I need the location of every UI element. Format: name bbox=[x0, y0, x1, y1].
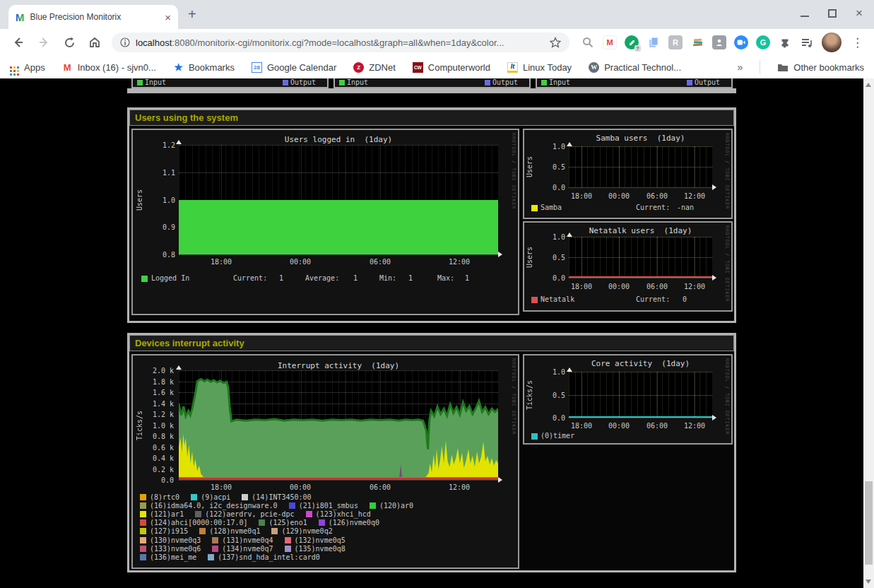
stat-value: 1 bbox=[408, 274, 413, 282]
stat-value: -nan bbox=[677, 204, 694, 211]
y-tick: 1.0 bbox=[144, 196, 175, 204]
rrdtool-watermark: RRDTOOL / TOBI OETIKER bbox=[724, 225, 730, 302]
y-axis-label: Users bbox=[136, 145, 143, 254]
bookmark-google-calendar[interactable]: 28 Google Calendar bbox=[252, 62, 336, 73]
copy-pages-extension-icon[interactable] bbox=[646, 35, 661, 49]
bookmark-star-icon[interactable] bbox=[550, 37, 561, 48]
books-extension-icon[interactable] bbox=[690, 35, 704, 49]
output-legend-label: Output bbox=[695, 78, 720, 86]
legend-swatch bbox=[140, 537, 146, 543]
home-button[interactable] bbox=[83, 33, 106, 52]
legend-item: (120)ar0 bbox=[370, 502, 413, 510]
scrollbar-thumb[interactable] bbox=[865, 481, 873, 565]
plot-area bbox=[569, 146, 712, 187]
graph-samba-users[interactable]: RRDTOOL / TOBI OETIKER Samba users (1day… bbox=[523, 129, 733, 219]
browser-tab[interactable]: M Blue Precision Monitorix × bbox=[8, 5, 178, 29]
graph-interrupt-activity[interactable]: RRDTOOL / TOBI OETIKER Interrupt activit… bbox=[131, 354, 519, 569]
bookmark-linux-today[interactable]: lt Linux Today bbox=[507, 62, 572, 73]
y-tick: 0.8 k bbox=[143, 433, 174, 440]
y-tick: 0.0 bbox=[534, 184, 565, 192]
output-legend-label: Output bbox=[290, 78, 316, 86]
x-tick: 00:00 bbox=[605, 283, 633, 290]
bookmark-bookmarks[interactable]: ★ Bookmarks bbox=[173, 62, 235, 73]
x-tick: 18:00 bbox=[567, 422, 596, 430]
chrome-menu-icon[interactable]: ⋮ bbox=[851, 37, 863, 49]
url-path: :8080/monitorix-cgi/monitorix.cgi?mode=l… bbox=[172, 37, 504, 48]
graph-panel-cut-3[interactable]: Input Output bbox=[536, 78, 733, 88]
profile-avatar[interactable] bbox=[822, 33, 841, 52]
legend-label: (8)rtc0 bbox=[150, 493, 179, 501]
url-bar[interactable]: localhost:8080/monitorix-cgi/monitorix.c… bbox=[112, 33, 569, 52]
x-tick: 06:00 bbox=[643, 192, 671, 200]
graph-panel-cut-1[interactable]: Input Output bbox=[131, 78, 329, 88]
grammarly-extension-icon[interactable]: G bbox=[756, 35, 770, 49]
r-extension-icon[interactable]: R bbox=[668, 35, 683, 49]
new-tab-button[interactable]: + bbox=[188, 6, 196, 23]
x-tick: 00:00 bbox=[286, 258, 314, 266]
video-call-extension-icon[interactable] bbox=[734, 35, 748, 49]
window-minimize-button[interactable] bbox=[801, 11, 809, 17]
y-tick: 0.8 bbox=[144, 251, 175, 259]
graph-panel-cut-2[interactable]: Input Output bbox=[333, 78, 531, 88]
y-axis-label: Ticks/s bbox=[136, 370, 143, 480]
legend-swatch bbox=[259, 519, 265, 526]
x-tick: 00:00 bbox=[605, 422, 633, 430]
puzzle-icon bbox=[779, 37, 791, 49]
legend-item: (16)idma64.0, i2c_designware.0 bbox=[140, 502, 278, 510]
back-button[interactable] bbox=[7, 33, 30, 52]
reload-button[interactable] bbox=[58, 33, 81, 52]
legend-label: (123)xhci_hcd bbox=[316, 510, 371, 518]
section-interrupts-header: Devices interrupt activity bbox=[129, 335, 734, 351]
y-tick: 0.4 k bbox=[143, 454, 174, 462]
section-frame-bottom bbox=[127, 88, 736, 93]
bookmark-inbox[interactable]: M Inbox (16) - sjvn0... bbox=[62, 62, 156, 73]
window-maximize-button[interactable] bbox=[828, 9, 837, 18]
scrollbar-down-arrow-icon[interactable] bbox=[866, 580, 871, 584]
playlist-extension-icon[interactable] bbox=[800, 35, 814, 49]
stat-key: Min: bbox=[379, 274, 396, 282]
y-axis-arrow-icon bbox=[567, 233, 572, 237]
plot-area bbox=[179, 145, 498, 254]
bookmark-practical-technology[interactable]: W Practical Technol... bbox=[589, 62, 681, 73]
stat-value: 1 bbox=[353, 274, 358, 282]
legend-item: (136)mei_me bbox=[140, 553, 196, 561]
forward-arrow-icon bbox=[37, 36, 50, 49]
bookmarks-overflow-chevron[interactable]: » bbox=[738, 61, 743, 73]
bookmarks-divider bbox=[760, 60, 760, 74]
legend-item: (124)ahci[0000:00:17.0] bbox=[140, 519, 247, 527]
other-bookmarks-folder[interactable]: Other bookmarks bbox=[777, 62, 864, 73]
tab-close-icon[interactable]: × bbox=[165, 12, 171, 23]
apps-label: Apps bbox=[24, 62, 45, 73]
graph-title: Users logged in (1day) bbox=[179, 135, 498, 144]
apps-shortcut[interactable]: Apps bbox=[10, 62, 45, 73]
y-tick: 1.0 bbox=[534, 368, 565, 376]
graph-core-activity[interactable]: RRDTOOL / TOBI OETIKER Core activity (1d… bbox=[523, 354, 733, 445]
bookmark-label: Bookmarks bbox=[189, 62, 235, 73]
legend-item: (130)nvme0q3 bbox=[140, 536, 201, 544]
legend-item: (14)INT3450:00 bbox=[242, 493, 311, 501]
scrollbar-up-arrow-icon[interactable] bbox=[866, 83, 871, 87]
legend-label: (134)nvme0q7 bbox=[222, 545, 273, 553]
gmail-extension-icon[interactable]: M bbox=[603, 35, 617, 49]
search-extension-icon[interactable] bbox=[581, 35, 595, 49]
window-close-button[interactable]: × bbox=[856, 9, 863, 18]
page-info-icon[interactable] bbox=[120, 37, 130, 47]
legend-item: (8)rtc0 bbox=[140, 493, 179, 501]
graph-netatalk-users[interactable]: RRDTOOL / TOBI OETIKER Netatalk users (1… bbox=[523, 221, 733, 312]
url-text[interactable]: localhost:8080/monitorix-cgi/monitorix.c… bbox=[136, 37, 544, 48]
forward-button[interactable] bbox=[33, 33, 55, 52]
legend-label: (130)nvme0q3 bbox=[150, 536, 201, 544]
legend-swatch bbox=[531, 205, 538, 211]
bookmark-zdnet[interactable]: Z ZDNet bbox=[353, 62, 396, 73]
person-card-extension-icon[interactable] bbox=[712, 35, 726, 49]
phone-extension-icon[interactable]: ? bbox=[625, 35, 639, 49]
bookmark-computerworld[interactable]: CW Computerworld bbox=[413, 62, 490, 73]
extensions-puzzle-icon[interactable] bbox=[778, 35, 792, 49]
y-tick: 1.0 bbox=[534, 233, 565, 241]
legend-swatch bbox=[285, 546, 291, 552]
legend-item: (9)acpi bbox=[191, 493, 230, 501]
home-icon bbox=[88, 36, 101, 49]
vertical-scrollbar[interactable] bbox=[863, 78, 874, 588]
graph-users-logged-in[interactable]: RRDTOOL / TOBI OETIKER Users logged in (… bbox=[131, 129, 519, 315]
y-axis-label: Ticks/s bbox=[526, 372, 533, 418]
